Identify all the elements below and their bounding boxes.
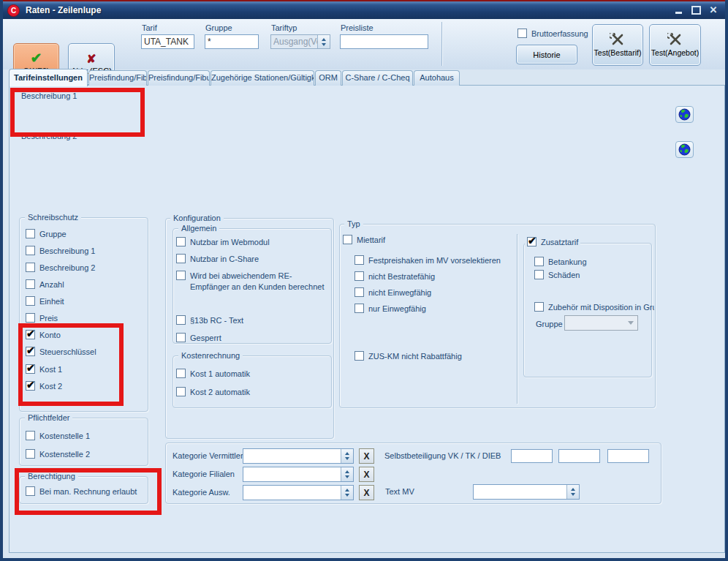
- up-down-arrows-icon[interactable]: [341, 449, 353, 463]
- checkbox[interactable]: [26, 313, 35, 323]
- checkbox[interactable]: [26, 246, 35, 255]
- checkbox[interactable]: [534, 270, 544, 279]
- schreibschutz-einheit-row[interactable]: Einheit: [26, 296, 64, 306]
- checkbox[interactable]: [176, 315, 186, 325]
- up-down-arrows-icon[interactable]: [341, 486, 353, 500]
- selbstbeteiligung-vk-input[interactable]: [511, 449, 553, 463]
- dialog-raten-zeilenlupe: C Raten - Zeilenlupe ✕ ✔ OK(F2) ✘ Abbr.(…: [0, 0, 728, 561]
- checkbox[interactable]: [26, 263, 35, 272]
- checkbox[interactable]: [354, 351, 364, 361]
- schreibschutz-anzahl-row[interactable]: Anzahl: [26, 279, 64, 289]
- pflichtfelder-kostenstelle2-row[interactable]: Kostenstelle 2: [26, 449, 90, 459]
- tab-c-share-c-cheq[interactable]: C-Share / C-Cheq: [342, 70, 413, 86]
- checkbox[interactable]: [176, 387, 186, 396]
- typ-divider: [517, 234, 517, 404]
- checkbox[interactable]: [26, 449, 35, 459]
- schreibschutz-beschreibung2-row[interactable]: Beschreibung 2: [26, 263, 95, 272]
- kostenrechnung-kost1-row[interactable]: Kost 1 automatik: [176, 369, 250, 378]
- checkbox-label: §13b RC - Text: [190, 316, 243, 325]
- checkbox[interactable]: [354, 304, 364, 313]
- typ-nicht-bestratefaehig-row[interactable]: nicht Bestratefähig: [354, 271, 435, 281]
- checkbox[interactable]: [176, 237, 186, 246]
- tab-zugehoerige-stationen[interactable]: Zugehörige Stationen/Gültigkeit: [211, 70, 314, 86]
- checkbox[interactable]: [354, 255, 364, 265]
- allgemein-13b-row[interactable]: §13b RC - Text: [176, 315, 243, 325]
- kategorie-ausw-input[interactable]: [243, 485, 354, 500]
- selbstbeteiligung-tk-input[interactable]: [558, 449, 600, 463]
- preisliste-input[interactable]: [340, 34, 428, 49]
- tab-label: Preisfindung/Fibu I: [89, 73, 147, 82]
- test-angebot-button[interactable]: Test(Angebot): [649, 24, 701, 66]
- tariftyp-combo[interactable]: Ausgang(Ver: [270, 34, 330, 49]
- test-besttarif-button[interactable]: Test(Besttarif): [592, 24, 643, 66]
- typ-schaeden-row[interactable]: Schäden: [534, 270, 580, 279]
- typ-nicht-einwegfaehig-row[interactable]: nicht Einwegfähig: [354, 287, 431, 297]
- group-konfiguration-title: Konfiguration: [170, 214, 224, 222]
- up-down-arrows-icon[interactable]: [317, 35, 330, 48]
- checkbox[interactable]: [534, 302, 544, 312]
- checkbox[interactable]: [534, 257, 544, 266]
- gruppe-input[interactable]: [205, 34, 259, 49]
- typ-miettarif-row[interactable]: Miettarif: [343, 235, 385, 244]
- allgemein-cshare-row[interactable]: Nutzbar in C-Share: [176, 254, 259, 263]
- clear-kategorie-ausw-button[interactable]: X: [359, 485, 374, 500]
- allgemein-gesperrt-row[interactable]: Gesperrt: [176, 333, 221, 342]
- allgemein-re-empfaenger-row[interactable]: Wird bei abweichendem RE-Empfänger an de…: [176, 271, 327, 293]
- checkbox[interactable]: [354, 271, 364, 281]
- maximize-button[interactable]: [690, 4, 702, 16]
- tab-preisfindung-fibu-2[interactable]: Preisfindung/Fibu II: [148, 70, 210, 86]
- checkbox[interactable]: [26, 229, 35, 238]
- preisliste-label: Preisliste: [341, 23, 374, 32]
- kategorie-filialen-input[interactable]: [243, 467, 354, 482]
- schreibschutz-preis-row[interactable]: Preis: [26, 313, 58, 323]
- typ-zubehoer-row[interactable]: Zubehör mit Disposition in Grupp: [534, 302, 654, 312]
- checkbox[interactable]: [26, 431, 35, 440]
- kostenrechnung-kost2-row[interactable]: Kost 2 automatik: [176, 387, 250, 396]
- tarif-input[interactable]: [141, 34, 194, 49]
- clear-kategorie-filialen-button[interactable]: X: [359, 467, 374, 482]
- bruttoerfassung-checkbox-row[interactable]: Bruttoerfassung: [517, 29, 588, 38]
- checkbox[interactable]: [176, 333, 186, 342]
- typ-gruppe-combo[interactable]: [564, 315, 638, 331]
- allgemein-webmodul-row[interactable]: Nutzbar im Webmodul: [176, 237, 270, 246]
- tab-tarifeinstellungen[interactable]: Tarifeinstellungen: [9, 69, 88, 86]
- selbstbeteiligung-dieb-input[interactable]: [607, 449, 649, 463]
- translate-beschreibung1-button[interactable]: [675, 106, 694, 123]
- checkbox[interactable]: [26, 279, 35, 289]
- schreibschutz-gruppe-row[interactable]: Gruppe: [26, 229, 67, 238]
- kategorie-vermittler-input[interactable]: [243, 448, 354, 464]
- title-bar[interactable]: C Raten - Zeilenlupe ✕: [0, 1, 728, 19]
- typ-zuskm-row[interactable]: ZUS-KM nicht Rabattfähig: [354, 351, 462, 361]
- up-down-arrows-icon[interactable]: [341, 467, 353, 481]
- tab-autohaus[interactable]: Autohaus: [414, 70, 460, 86]
- typ-zusatztarif-row[interactable]: Zusatztarif: [525, 237, 580, 246]
- typ-nur-einwegfaehig-row[interactable]: nur Einwegfähig: [354, 304, 426, 313]
- checkbox[interactable]: [354, 287, 364, 297]
- checkbox[interactable]: [343, 235, 352, 244]
- close-button[interactable]: ✕: [708, 4, 719, 16]
- group-schreibschutz-title: Schreibschutz: [25, 213, 81, 222]
- tariftyp-label: Tariftyp: [271, 23, 297, 32]
- annotation-rect-berechtigung: [15, 468, 162, 515]
- checkbox[interactable]: [176, 254, 186, 263]
- text-mv-combo[interactable]: [473, 484, 580, 500]
- checkbox[interactable]: [527, 237, 536, 246]
- up-down-arrows-icon[interactable]: [566, 485, 579, 499]
- text-mv-label: Text MV: [385, 487, 414, 496]
- translate-beschreibung2-button[interactable]: [675, 141, 694, 158]
- tools-icon: [667, 33, 683, 46]
- pflichtfelder-kostenstelle1-row[interactable]: Kostenstelle 1: [26, 431, 90, 440]
- typ-festpreishaken-row[interactable]: Festpreishaken im MV vorselektieren: [354, 255, 501, 265]
- typ-betankung-row[interactable]: Betankung: [534, 257, 587, 266]
- bruttoerfassung-checkbox[interactable]: [517, 29, 527, 38]
- checkbox[interactable]: [26, 296, 35, 306]
- checkbox[interactable]: [176, 271, 186, 280]
- clear-kategorie-vermittler-button[interactable]: X: [359, 448, 374, 464]
- tab-preisfindung-fibu-1[interactable]: Preisfindung/Fibu I: [88, 70, 147, 86]
- tab-orm[interactable]: ORM: [315, 70, 341, 86]
- minimize-icon: [675, 12, 682, 14]
- minimize-button[interactable]: [672, 4, 684, 16]
- checkbox[interactable]: [176, 369, 186, 378]
- schreibschutz-beschreibung1-row[interactable]: Beschreibung 1: [26, 246, 95, 255]
- historie-button[interactable]: Historie: [516, 45, 577, 64]
